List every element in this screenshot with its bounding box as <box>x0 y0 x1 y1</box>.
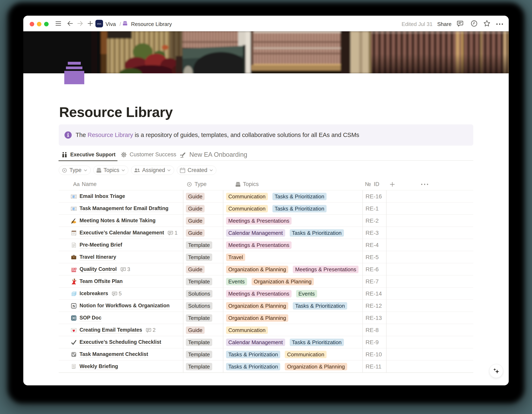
svg-text:E: E <box>73 195 75 198</box>
svg-text:100: 100 <box>71 267 77 271</box>
svg-text:E: E <box>73 207 75 211</box>
svg-text:ViVA: ViVA <box>97 23 101 25</box>
svg-text:N: N <box>73 304 75 308</box>
